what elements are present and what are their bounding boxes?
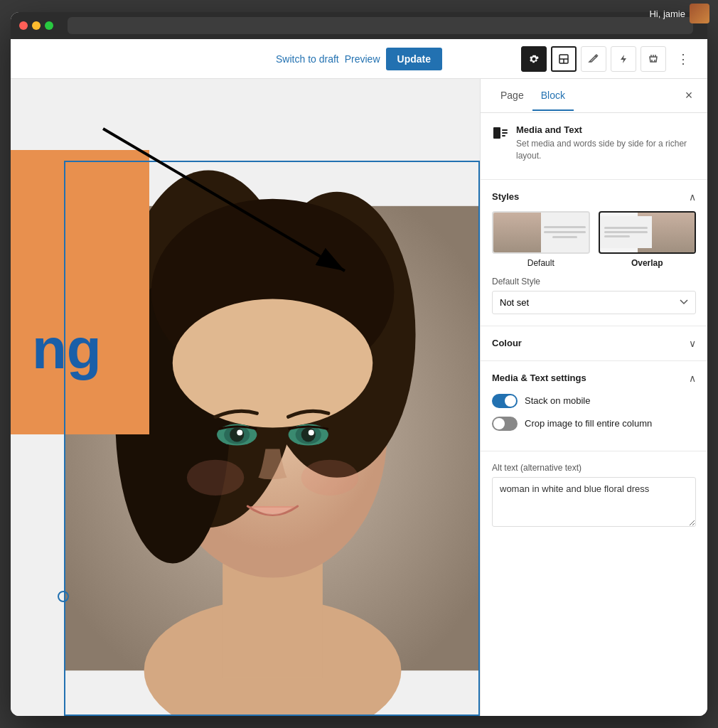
alt-text-label: Alt text (alternative text) [492, 463, 696, 473]
plugin-icon [648, 53, 659, 65]
thumb-default-text [541, 213, 589, 252]
user-avatar [690, 12, 707, 23]
settings-title: Media & Text settings [492, 373, 586, 383]
styles-title: Styles [492, 191, 519, 202]
style-thumb-default-img [493, 213, 589, 252]
style-option-overlap[interactable]: Overlap [599, 211, 697, 268]
crop-image-knob [493, 418, 505, 429]
tab-block[interactable]: Block [532, 81, 574, 111]
editor-layout-icon [558, 53, 569, 65]
update-button[interactable]: Update [386, 48, 442, 70]
switch-to-draft-button[interactable]: Switch to draft [276, 53, 339, 65]
traffic-light-red[interactable] [19, 21, 28, 30]
browser-window: Hi, jamie Switch to draft Preview Update [11, 12, 707, 716]
ol-3 [604, 235, 631, 237]
overlap-thumb-text [600, 216, 652, 248]
thumb-line-1 [544, 226, 586, 228]
editor-area[interactable]: ng [11, 79, 480, 716]
lightning-icon [618, 53, 629, 65]
more-options-icon: ⋮ [677, 51, 690, 67]
chevron-up-settings-icon [689, 373, 696, 384]
alt-text-section: Alt text (alternative text) [481, 451, 707, 541]
styles-section-header: Styles [492, 191, 696, 203]
style-thumb-overlap[interactable] [599, 211, 697, 254]
styles-toggle-button[interactable] [689, 191, 696, 203]
style-label-overlap: Overlap [631, 258, 663, 268]
traffic-lights [19, 21, 53, 30]
block-type-header: Media and Text Set media and words side … [492, 124, 696, 162]
traffic-light-green[interactable] [45, 21, 53, 30]
default-style-container: Default Style Not set Default Overlap [492, 277, 696, 314]
gear-icon [528, 53, 540, 65]
traffic-light-yellow[interactable] [32, 21, 41, 30]
lightning-icon-button[interactable] [611, 46, 636, 72]
settings-toggle-button[interactable] [689, 373, 696, 384]
media-text-block-icon [492, 124, 509, 145]
wp-admin: Switch to draft Preview Update [11, 39, 707, 716]
thumb-line-3 [552, 236, 577, 238]
stack-on-mobile-knob [505, 395, 516, 407]
chevron-up-icon [689, 191, 696, 203]
more-options-button[interactable]: ⋮ [670, 46, 696, 72]
default-style-select[interactable]: Not set Default Overlap [492, 291, 696, 314]
chevron-down-icon [689, 338, 696, 349]
svg-point-14 [230, 427, 244, 441]
hi-user-text: Hi, jamie [649, 12, 685, 19]
panel-close-button[interactable]: × [679, 86, 699, 106]
stack-on-mobile-toggle[interactable] [492, 394, 518, 408]
colour-section: Colour [481, 326, 707, 361]
svg-rect-25 [502, 129, 508, 131]
colour-header: Colour [492, 338, 696, 349]
sidebar-panel: Page Block × [480, 79, 707, 716]
thumb-default-img [493, 213, 541, 252]
block-type-name: Media and Text [516, 124, 696, 135]
block-editor-icon-button[interactable] [551, 46, 577, 72]
colour-title: Colour [492, 338, 522, 348]
block-type-section: Media and Text Set media and words side … [481, 113, 707, 180]
url-bar[interactable] [68, 17, 693, 34]
style-thumb-default[interactable] [492, 211, 590, 254]
ol-1 [604, 227, 648, 229]
edit-icon-button[interactable] [581, 46, 606, 72]
crop-image-label: Crop image to fill entire column [525, 418, 652, 429]
svg-point-11 [173, 299, 373, 427]
block-type-info: Media and Text Set media and words side … [516, 124, 696, 162]
svg-point-21 [301, 460, 358, 496]
edit-icon [588, 53, 599, 65]
settings-icon-button[interactable] [521, 46, 547, 72]
alt-text-input[interactable] [492, 477, 696, 527]
wp-content: ng [11, 79, 707, 716]
stack-on-mobile-label: Stack on mobile [525, 395, 591, 406]
styles-grid: Default [492, 211, 696, 268]
default-style-label: Default Style [492, 277, 696, 287]
svg-rect-27 [502, 135, 505, 136]
style-option-default[interactable]: Default [492, 211, 590, 268]
block-dot-indicator [58, 591, 69, 602]
tab-page[interactable]: Page [492, 81, 532, 111]
settings-header: Media & Text settings [492, 373, 696, 384]
svg-rect-5 [223, 563, 323, 678]
wp-toolbar: Switch to draft Preview Update [11, 39, 707, 79]
plugin-icon-button[interactable] [641, 46, 666, 72]
crop-image-toggle[interactable] [492, 417, 518, 431]
crop-image-row: Crop image to fill entire column [492, 417, 696, 431]
svg-point-20 [187, 460, 244, 496]
panel-tabs: Page Block × [481, 79, 707, 113]
editor-canvas: ng [11, 79, 480, 716]
browser-titlebar: Hi, jamie [11, 12, 707, 39]
toolbar-right: ⋮ [521, 46, 696, 72]
media-text-settings-section: Media & Text settings Stack on mobile [481, 361, 707, 451]
block-type-description: Set media and words side by side for a r… [516, 138, 696, 162]
preview-button[interactable]: Preview [345, 53, 380, 65]
colour-toggle-button[interactable] [689, 338, 696, 349]
stack-on-mobile-row: Stack on mobile [492, 394, 696, 408]
svg-point-15 [237, 429, 242, 435]
hi-user: Hi, jamie [649, 12, 707, 27]
svg-point-18 [301, 427, 316, 441]
overlap-thumb-container [600, 213, 695, 252]
orange-text-block [11, 150, 149, 434]
styles-section: Styles [481, 180, 707, 326]
thumb-line-2 [544, 231, 586, 233]
style-label-default: Default [527, 258, 554, 268]
svg-rect-24 [493, 127, 500, 139]
